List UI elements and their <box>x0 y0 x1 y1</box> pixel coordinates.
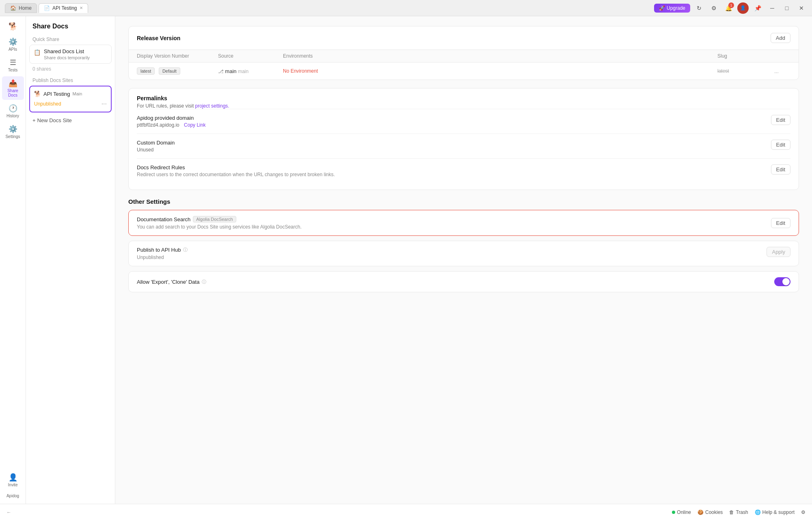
notification-badge: 1 <box>728 2 734 8</box>
home-icon: 🏠 <box>10 5 16 11</box>
redirect-rules-title: Docs Redirect Rules <box>137 164 335 170</box>
doc-search-setting: Documentation Search Algolia DocSearch Y… <box>128 210 799 236</box>
copy-link-button[interactable]: Copy Link <box>184 122 205 128</box>
info-icon: ⓘ <box>183 247 188 253</box>
other-settings-title: Other Settings <box>128 198 799 205</box>
new-docs-site-button[interactable]: + New Docs Site <box>32 116 108 125</box>
sidebar-item-history[interactable]: 🕐 History <box>2 101 24 121</box>
sidebar-item-settings[interactable]: ⚙️ Settings <box>2 122 24 141</box>
main-content: Release Version Add Display Version Numb… <box>115 16 812 504</box>
pin-icon[interactable]: 📌 <box>752 2 763 14</box>
custom-domain-item: Custom Domain Unused Edit <box>137 134 790 158</box>
col-environments: Environments <box>283 53 717 59</box>
project-settings-link[interactable]: project settings. <box>195 103 229 109</box>
apis-label: APIs <box>9 47 17 52</box>
upgrade-label: Upgrade <box>667 5 685 11</box>
export-clone-title: Allow 'Export', 'Clone' Data <box>137 279 199 285</box>
col-source: Source <box>218 53 283 59</box>
redirect-rules-sub: Redirect users to the correct documentat… <box>137 172 335 177</box>
help-label: Help & support <box>762 509 795 515</box>
apidog-domain-value: pttfbf0zd4.apidog.io Copy Link <box>137 122 205 128</box>
apidog-domain-edit-button[interactable]: Edit <box>771 115 790 125</box>
notification-button[interactable]: 🔔 1 <box>723 2 734 14</box>
trash-button[interactable]: 🗑 Trash <box>729 509 748 515</box>
footer-settings-button[interactable]: ⚙ <box>801 509 806 515</box>
collapse-button[interactable]: ← <box>6 509 11 515</box>
history-icon: 🕐 <box>9 104 17 113</box>
publish-hub-subtitle: Unpublished <box>137 255 188 260</box>
permalinks-title: Permalinks <box>137 95 790 101</box>
export-clone-toggle[interactable] <box>774 277 790 286</box>
settings-icon: ⚙️ <box>9 125 17 134</box>
shared-docs-subtitle: Share docs temporarily <box>44 55 90 60</box>
share-docs-icon: 📤 <box>9 79 17 88</box>
cookies-button[interactable]: 🍪 Cookies <box>698 509 723 515</box>
docs-site-card[interactable]: 🐕 API Testing Main Unpublished ··· <box>29 86 112 112</box>
apidog-domain-item: Apidog provided domain pttfbf0zd4.apidog… <box>137 109 790 134</box>
sidebar-item-apis[interactable]: ⚙️ APIs <box>2 35 24 54</box>
shares-count: 0 shares <box>26 64 115 74</box>
release-version-title: Release Version <box>137 35 180 41</box>
release-version-section: Release Version Add Display Version Numb… <box>128 26 799 80</box>
doc-search-title: Documentation Search <box>137 216 190 222</box>
apis-icon: ⚙️ <box>9 37 17 46</box>
branch-extra: main <box>238 69 248 74</box>
apidog-label: Apidog <box>6 494 19 498</box>
sidebar-item-tests[interactable]: ☰ Tests <box>2 56 24 75</box>
docs-site-branch: Main <box>73 91 82 96</box>
refresh-button[interactable]: ↻ <box>693 2 705 14</box>
online-label: Online <box>677 509 691 515</box>
tab-bar: 🏠 Home 📄 API Testing ✕ <box>5 3 651 13</box>
rail-logo: 🐕 <box>2 19 24 33</box>
redirect-rules-item: Docs Redirect Rules Redirect users to th… <box>137 158 790 183</box>
default-badge: Default <box>159 67 180 75</box>
maximize-button[interactable]: □ <box>781 2 793 14</box>
cookies-label: Cookies <box>705 509 723 515</box>
new-docs-label: New Docs Site <box>37 117 72 123</box>
export-clone-info-icon: ⓘ <box>202 279 206 285</box>
custom-domain-edit-button[interactable]: Edit <box>771 140 790 150</box>
docs-site-more-button[interactable]: ··· <box>102 100 107 108</box>
doc-search-subtitle: You can add search to your Docs Site usi… <box>137 224 302 230</box>
permalinks-subtitle: For URL rules, please visit project sett… <box>137 103 790 109</box>
custom-domain-value: Unused <box>137 147 175 153</box>
sidebar-item-apidog: Apidog <box>2 491 24 501</box>
sidebar-item-invite[interactable]: 👤 Invite <box>2 470 24 490</box>
no-environment: No Environment <box>283 68 717 74</box>
apply-button[interactable]: Apply <box>767 247 790 257</box>
apidog-domain-title: Apidog provided domain <box>137 115 205 121</box>
sidebar-title: Share Docs <box>26 21 115 35</box>
close-button[interactable]: ✕ <box>796 2 807 14</box>
settings-icon-btn[interactable]: ⚙ <box>708 2 719 14</box>
help-support-button[interactable]: 🌐 Help & support <box>755 509 795 515</box>
docs-site-name: API Testing <box>43 91 70 97</box>
publish-hub-title: Publish to API Hub <box>137 247 181 253</box>
docs-site-icon: 🐕 <box>34 91 41 97</box>
row-actions-button[interactable]: ... <box>774 68 790 74</box>
sidebar-item-share-docs[interactable]: 📤 Share Docs <box>2 76 24 100</box>
redirect-rules-edit-button[interactable]: Edit <box>771 164 790 175</box>
minimize-button[interactable]: ─ <box>767 2 778 14</box>
icon-rail: 🐕 ⚙️ APIs ☰ Tests 📤 Share Docs 🕐 History… <box>0 16 26 504</box>
doc-search-edit-button[interactable]: Edit <box>771 218 790 228</box>
algolia-badge: Algolia DocSearch <box>193 216 236 222</box>
custom-domain-title: Custom Domain <box>137 140 175 146</box>
shared-docs-list-item[interactable]: 📋 Shared Docs List Share docs temporaril… <box>29 45 112 64</box>
toggle-knob <box>782 278 790 285</box>
permalinks-section: Permalinks For URL rules, please visit p… <box>128 88 799 190</box>
tab-home[interactable]: 🏠 Home <box>5 3 37 13</box>
tab-close-icon[interactable]: ✕ <box>80 6 83 10</box>
add-release-button[interactable]: Add <box>771 33 790 43</box>
rocket-icon: 🚀 <box>659 5 665 11</box>
tab-api-testing[interactable]: 📄 API Testing ✕ <box>39 3 88 13</box>
share-docs-label: Share Docs <box>5 88 21 97</box>
trash-label: Trash <box>736 509 748 515</box>
tests-label: Tests <box>8 68 17 72</box>
upgrade-button[interactable]: 🚀 Upgrade <box>654 4 690 13</box>
shared-docs-title: Shared Docs List <box>44 48 90 54</box>
shared-docs-icon: 📋 <box>34 49 41 56</box>
branch-name: main <box>225 68 238 74</box>
avatar[interactable]: 👤 <box>737 2 749 14</box>
main-layout: 🐕 ⚙️ APIs ☰ Tests 📤 Share Docs 🕐 History… <box>0 16 812 504</box>
doc-icon: 📄 <box>44 5 50 11</box>
